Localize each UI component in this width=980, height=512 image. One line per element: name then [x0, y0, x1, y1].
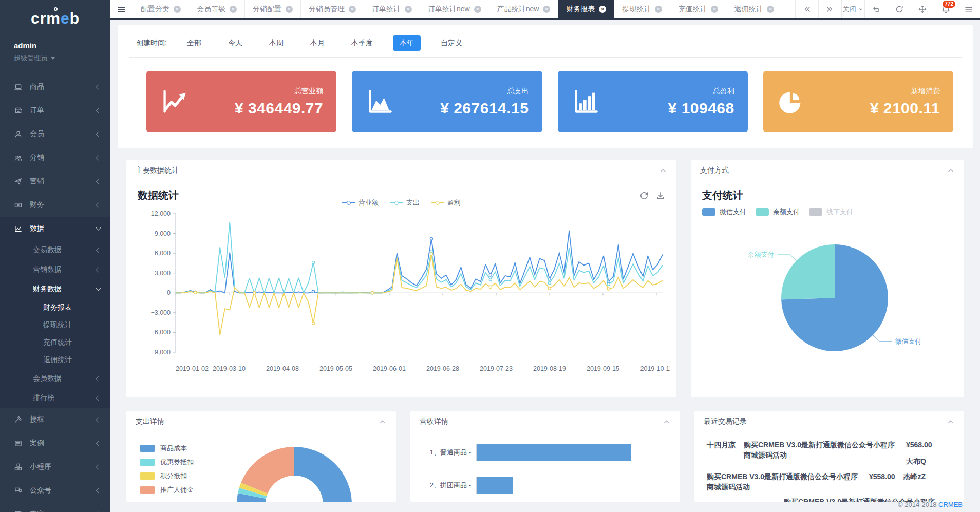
stat-card-新增消费[interactable]: 新增消费¥ 2100.11	[763, 71, 953, 132]
role-dropdown[interactable]: 超级管理员	[14, 53, 97, 63]
legend-item-商品成本[interactable]: 商品成本	[140, 444, 194, 453]
buyer-name: 十四月凉	[707, 440, 736, 450]
download-icon[interactable]	[656, 191, 665, 200]
collapse-chevron-icon[interactable]	[947, 166, 955, 175]
tab-充值统计[interactable]: 充值统计✕	[670, 0, 726, 18]
tab-分销配置[interactable]: 分销配置✕	[245, 0, 301, 18]
refresh-page-button[interactable]	[888, 0, 911, 18]
tab-close-icon[interactable]: ✕	[230, 6, 237, 13]
filter-option-本年[interactable]: 本年	[393, 35, 421, 51]
legend-item-微信支付[interactable]: 微信支付	[702, 207, 746, 217]
tab-close-icon[interactable]: ✕	[174, 6, 181, 13]
caret-down-icon	[51, 57, 55, 62]
sidebar-leaf-充值统计[interactable]: 充值统计	[0, 334, 110, 351]
tab-配置分类[interactable]: 配置分类✕	[133, 0, 189, 18]
sidebar-leaf-财务报表[interactable]: 财务报表	[0, 299, 110, 316]
legend-item-盈利[interactable]: 盈利	[431, 198, 461, 207]
revenue-bar-chart[interactable]: 1、普通商品 -2、拼团商品 -	[410, 432, 680, 502]
stat-card-总营业额[interactable]: 总营业额¥ 346449.77	[146, 71, 336, 132]
fullscreen-button[interactable]	[911, 0, 934, 18]
sidebar-subitem-交易数据[interactable]: 交易数据	[0, 240, 110, 260]
filter-option-自定义[interactable]: 自定义	[434, 35, 469, 51]
bar[interactable]	[477, 477, 513, 494]
sidebar-item-数据[interactable]: 数据	[0, 217, 110, 240]
sidebar-subitem-财务数据[interactable]: 财务数据	[0, 279, 110, 299]
tab-close-icon[interactable]: ✕	[349, 6, 356, 13]
tab-close-icon[interactable]: ✕	[599, 6, 606, 13]
content: 创建时间: 全部今天本周本月本季度本年自定义 总营业额¥ 346449.77总支…	[110, 20, 980, 512]
refresh-icon[interactable]	[639, 191, 649, 200]
sidebar-item-label: 授权	[30, 415, 97, 424]
laptop-icon	[14, 83, 23, 91]
tab-close-icon[interactable]: ✕	[767, 6, 774, 13]
sidebar-item-小程序[interactable]: 小程序	[0, 455, 110, 479]
close-tabs-dropdown[interactable]: 关闭	[841, 0, 864, 18]
legend-marker-icon	[431, 200, 444, 205]
filter-option-本季度[interactable]: 本季度	[345, 35, 380, 51]
tab-产品统计new[interactable]: 产品统计new✕	[489, 0, 559, 18]
legend-swatch	[140, 486, 155, 494]
sidebar-item-营销[interactable]: 营销	[0, 169, 110, 193]
collapse-chevron-icon[interactable]	[947, 418, 955, 426]
sidebar-subitem-排行榜[interactable]: 排行榜	[0, 388, 110, 408]
sidebar-leaf-返佣统计[interactable]: 返佣统计	[0, 351, 110, 369]
sidebar-subitem-会员数据[interactable]: 会员数据	[0, 369, 110, 388]
legend-item-营业额[interactable]: 营业额	[342, 198, 379, 207]
sidebar-item-label: 分销	[30, 153, 97, 162]
line-chart[interactable]: 12,0009,0006,0003,0000−3,000−6,000−9,000…	[138, 207, 670, 377]
tab-会员等级[interactable]: 会员等级✕	[189, 0, 245, 18]
stat-card-总盈利[interactable]: 总盈利¥ 109468	[558, 71, 748, 132]
tab-close-icon[interactable]: ✕	[543, 6, 550, 13]
tab-财务报表[interactable]: 财务报表✕	[558, 0, 614, 18]
tab-close-icon[interactable]: ✕	[655, 6, 662, 13]
legend-item-推广人佣金[interactable]: 推广人佣金	[140, 485, 194, 495]
tab-分销员管理[interactable]: 分销员管理✕	[301, 0, 364, 18]
sidebar-item-授权[interactable]: 授权	[0, 408, 110, 431]
svg-text:2019-09-15: 2019-09-15	[587, 365, 619, 372]
legend-item-优惠券抵扣[interactable]: 优惠券抵扣	[140, 458, 194, 467]
tab-close-icon[interactable]: ✕	[405, 6, 412, 13]
sidebar-subitem-营销数据[interactable]: 营销数据	[0, 260, 110, 279]
scroll-tabs-left-button[interactable]	[795, 0, 818, 18]
legend-item-支出[interactable]: 支出	[390, 198, 420, 207]
tab-close-icon[interactable]: ✕	[474, 6, 481, 13]
stat-card-text: 总盈利¥ 109468	[607, 87, 734, 117]
sidebar-item-公众号[interactable]: 公众号	[0, 479, 110, 502]
collapse-chevron-icon[interactable]	[379, 418, 387, 426]
expense-donut-chart[interactable]	[222, 441, 366, 502]
sidebar-item-案例[interactable]: 案例	[0, 431, 110, 455]
sidebar-leaf-提现统计[interactable]: 提现统计	[0, 316, 110, 334]
filter-option-本周[interactable]: 本周	[262, 35, 290, 51]
sidebar-item-会员[interactable]: 会员	[0, 122, 110, 146]
sidebar-item-分销[interactable]: 分销	[0, 146, 110, 169]
notifications-button[interactable]: 772	[934, 0, 957, 18]
tab-返佣统计[interactable]: 返佣统计✕	[726, 0, 782, 18]
panel-header: 支付方式	[691, 160, 964, 181]
collapse-chevron-icon[interactable]	[659, 166, 667, 175]
layout-button[interactable]	[957, 0, 980, 18]
scroll-tabs-right-button[interactable]	[818, 0, 841, 18]
tab-close-icon[interactable]: ✕	[711, 6, 718, 13]
sidebar-item-内容[interactable]: 内容	[0, 502, 110, 512]
tab-提现统计[interactable]: 提现统计✕	[614, 0, 670, 18]
footer-brand-link[interactable]: CRMEB	[938, 501, 963, 508]
filter-option-全部[interactable]: 全部	[180, 35, 208, 51]
legend-item-余额支付[interactable]: 余额支付	[756, 207, 800, 217]
legend-item-积分抵扣[interactable]: 积分抵扣	[140, 471, 194, 481]
back-button[interactable]	[864, 0, 888, 18]
filter-option-本月[interactable]: 本月	[304, 35, 331, 51]
tab-订单统计[interactable]: 订单统计✕	[364, 0, 420, 18]
stat-card-总支出[interactable]: 总支出¥ 267614.15	[352, 71, 542, 132]
bar[interactable]	[477, 444, 631, 461]
legend-item-线下支付[interactable]: 线下支付	[809, 207, 853, 217]
payment-pie-chart[interactable]: 微信支付余额支付	[702, 217, 955, 371]
legend-label: 微信支付	[720, 207, 746, 217]
tab-订单统计new[interactable]: 订单统计new✕	[420, 0, 489, 18]
sidebar-item-订单[interactable]: 订单	[0, 99, 110, 122]
hamburger-button[interactable]	[110, 0, 133, 18]
tab-close-icon[interactable]: ✕	[286, 6, 293, 13]
collapse-chevron-icon[interactable]	[663, 418, 671, 426]
sidebar-item-财务[interactable]: 财务	[0, 193, 110, 217]
sidebar-item-商品[interactable]: 商品	[0, 75, 110, 99]
filter-option-今天[interactable]: 今天	[221, 35, 249, 51]
